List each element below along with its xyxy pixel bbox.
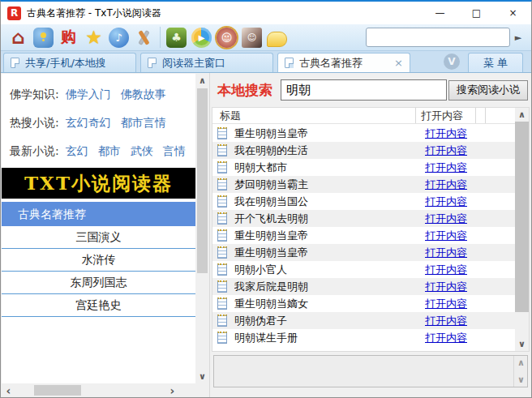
table-vertical-scrollbar[interactable]: ∧ ∨ — [515, 108, 529, 351]
table-row[interactable]: 我在明朝的生活 打开内容 — [212, 142, 515, 159]
open-content-link[interactable]: 打开内容 — [425, 314, 467, 328]
lock-icon[interactable] — [33, 28, 54, 48]
toolbar-search-input[interactable] — [366, 28, 510, 47]
home-icon[interactable]: ⌂ — [8, 28, 28, 48]
document-icon — [217, 229, 227, 242]
open-content-link[interactable]: 打开内容 — [425, 126, 467, 141]
open-content-link[interactable]: 打开内容 — [425, 331, 467, 345]
tab-share-mobile-local[interactable]: 共享/手机/本地搜 — [3, 53, 136, 72]
tab-classic-recommend[interactable]: 古典名著推荐 × — [277, 53, 410, 72]
row-title: 明朝伪君子 — [234, 314, 416, 328]
scroll-down-icon[interactable]: ∨ — [514, 373, 528, 387]
local-search-label: 本地搜索 — [217, 81, 272, 100]
table-header: 标题 打开内容 — [212, 108, 529, 124]
star-icon[interactable]: ★ — [84, 28, 104, 48]
scroll-left-icon[interactable]: ‹ — [2, 383, 15, 397]
open-content-link[interactable]: 打开内容 — [425, 297, 467, 311]
open-content-link[interactable]: 打开内容 — [425, 246, 467, 260]
sidebar-link[interactable]: 都市 — [98, 144, 121, 157]
scroll-right-icon[interactable]: › — [165, 383, 179, 397]
sidebar-vertical-scrollbar[interactable]: ∧ ∨ — [195, 74, 209, 383]
open-content-link[interactable]: 打开内容 — [425, 160, 467, 175]
table-row[interactable]: 重生明朝当皇帝 打开内容 — [212, 244, 515, 261]
sidebar-link[interactable]: 言情 — [163, 144, 186, 157]
local-search-input[interactable] — [281, 79, 447, 101]
scrollbar-thumb[interactable] — [34, 385, 81, 396]
table-row[interactable]: 明朝伪君子 打开内容 — [212, 312, 515, 329]
table-row[interactable]: 梦回明朝当霸主 打开内容 — [212, 176, 515, 193]
table-row[interactable]: 明朝小官人 打开内容 — [212, 261, 515, 278]
book-item[interactable]: 三国演义 — [2, 226, 195, 249]
link-row-label: 佛学知识: — [10, 88, 59, 101]
book-item[interactable]: 宫廷艳史 — [2, 294, 195, 317]
photo-icon[interactable]: ☺ — [242, 28, 262, 48]
scroll-down-icon[interactable]: ∨ — [195, 370, 209, 383]
menu-button[interactable]: 菜 单 — [468, 53, 523, 72]
scrollbar-thumb[interactable] — [197, 88, 208, 273]
table-row[interactable]: 重生明朝当皇帝 打开内容 — [212, 227, 515, 244]
book-list: 三国演义水浒传东周列国志宫廷艳史 — [2, 226, 195, 317]
sidebar-link-rows: 佛学知识:佛学入门佛教故事 热搜小说:玄幻奇幻都市言情 最新小说:玄幻都市武侠言… — [2, 74, 195, 165]
chat-icon[interactable] — [267, 32, 287, 47]
document-icon — [217, 127, 227, 139]
detail-box: ∧ ∨ — [213, 355, 528, 387]
window-title: 古典名著推荐 - TxT小说阅读器 — [27, 6, 422, 20]
search-read-novel-button[interactable]: 搜索阅读小说 — [448, 80, 528, 101]
document-icon — [217, 195, 227, 208]
sidebar-link[interactable]: 玄幻 — [66, 144, 88, 157]
title-bar: R 古典名著推荐 - TxT小说阅读器 — □ × — [1, 2, 531, 24]
table-row[interactable]: 开个飞机去明朝 打开内容 — [212, 210, 515, 227]
link-row-label: 最新小说: — [10, 144, 59, 157]
scroll-up-icon[interactable]: ∧ — [195, 74, 209, 88]
tab-close-icon[interactable]: × — [394, 57, 403, 69]
table-row[interactable]: 重生明朝当皇帝 打开内容 — [212, 125, 515, 142]
document-icon — [217, 315, 227, 327]
minimize-button[interactable]: — — [422, 2, 458, 24]
table-row[interactable]: 明朝大都市 打开内容 — [212, 159, 515, 176]
avatar-icon[interactable]: ☺ — [217, 28, 237, 48]
scroll-up-icon[interactable]: ∧ — [515, 108, 529, 122]
open-content-link[interactable]: 打开内容 — [425, 280, 467, 294]
sidebar-link[interactable]: 佛学入门 — [66, 88, 111, 101]
tab-reader-main-window[interactable]: 阅读器主窗口 — [140, 53, 273, 72]
plant-icon[interactable]: ♣ — [166, 28, 187, 48]
table-body: 重生明朝当皇帝 打开内容 我在明朝的生活 打开内容 明朝大都市 打开内容 梦回明… — [212, 125, 515, 351]
scroll-down-icon[interactable]: ∨ — [515, 337, 529, 351]
document-icon — [217, 332, 227, 344]
v-dropdown-button[interactable]: V — [444, 53, 460, 70]
row-title: 梦回明朝当霸主 — [234, 178, 416, 192]
sidebar-link[interactable]: 玄幻奇幻 — [66, 116, 111, 129]
open-content-link[interactable]: 打开内容 — [425, 143, 467, 158]
open-content-link[interactable]: 打开内容 — [425, 229, 467, 243]
detail-box-scrollbar[interactable]: ∧ ∨ — [513, 356, 527, 387]
header-title-column[interactable]: 标题 — [212, 108, 416, 123]
tab-bar: 共享/手机/本地搜 阅读器主窗口 古典名著推荐 × V 菜 单 — [1, 51, 531, 73]
open-content-link[interactable]: 打开内容 — [425, 212, 467, 226]
table-row[interactable]: 明朝谋生手册 打开内容 — [212, 329, 515, 346]
window-controls: — □ × — [422, 2, 531, 24]
sidebar-horizontal-scrollbar[interactable]: ‹ › — [2, 383, 195, 397]
table-row[interactable]: 我在明朝当国公 打开内容 — [212, 193, 515, 210]
search-go-icon[interactable]: ► — [510, 28, 526, 47]
page-icon — [148, 58, 157, 68]
scrollbar-thumb[interactable] — [515, 122, 529, 312]
header-open-column[interactable]: 打开内容 — [416, 108, 476, 123]
scroll-up-icon[interactable]: ∧ — [514, 356, 528, 370]
open-content-link[interactable]: 打开内容 — [425, 178, 467, 192]
audio-icon[interactable]: ♪ — [109, 28, 129, 48]
sidebar-link[interactable]: 佛教故事 — [121, 88, 166, 101]
book-item[interactable]: 水浒传 — [2, 249, 195, 272]
sidebar-link[interactable]: 都市言情 — [121, 116, 166, 129]
open-content-link[interactable]: 打开内容 — [425, 195, 467, 209]
book-item[interactable]: 东周列国志 — [2, 272, 195, 294]
buy-icon[interactable]: 购 — [58, 28, 79, 48]
player-icon[interactable]: ▶ — [191, 28, 212, 48]
table-row[interactable]: 我家后院是明朝 打开内容 — [212, 278, 515, 295]
close-button[interactable]: × — [495, 2, 531, 24]
table-row[interactable]: 重生明朝当嫡女 打开内容 — [212, 295, 515, 312]
tools-icon[interactable] — [134, 28, 154, 48]
maximize-button[interactable]: □ — [458, 2, 495, 24]
sidebar-link[interactable]: 武侠 — [131, 144, 153, 157]
link-row-buddhism: 佛学知识:佛学入门佛教故事 — [10, 80, 195, 109]
open-content-link[interactable]: 打开内容 — [425, 263, 467, 277]
